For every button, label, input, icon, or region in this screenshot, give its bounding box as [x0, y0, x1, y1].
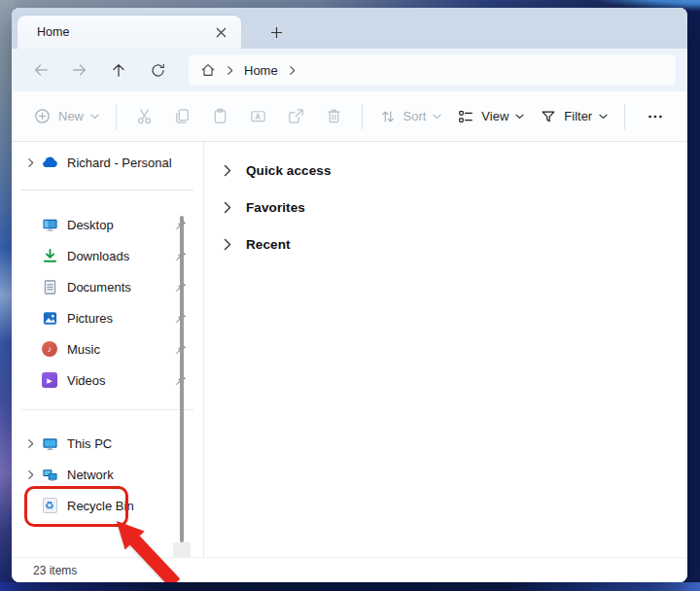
breadcrumb-home[interactable]: Home — [244, 63, 278, 78]
chevron-right-icon[interactable] — [19, 438, 41, 449]
content-area: Richard - Personal Desktop Downloads — [12, 142, 687, 557]
paste-icon[interactable] — [201, 99, 239, 134]
home-icon[interactable] — [200, 62, 216, 78]
view-list-icon — [457, 108, 474, 125]
sidebar-divider — [21, 409, 193, 410]
filter-button-label: Filter — [564, 109, 592, 123]
sidebar-item-label: Richard - Personal — [67, 156, 172, 170]
sidebar-item-label: Desktop — [67, 218, 114, 232]
back-icon[interactable] — [21, 53, 60, 87]
downloads-icon — [41, 247, 58, 264]
breadcrumb-chevron-icon[interactable] — [227, 65, 233, 76]
sidebar-item-this-pc[interactable]: This PC — [12, 428, 203, 459]
rename-icon[interactable] — [239, 99, 277, 134]
sidebar-item-downloads[interactable]: Downloads — [12, 240, 203, 271]
network-icon — [41, 466, 58, 483]
tab-home[interactable]: Home — [18, 16, 241, 49]
pictures-icon — [41, 309, 58, 327]
section-quick-access[interactable]: Quick access — [224, 152, 687, 189]
navigation-bar: Home — [12, 49, 687, 91]
new-tab-icon[interactable] — [262, 19, 290, 45]
sidebar-scrollbar-track — [173, 542, 191, 557]
filter-funnel-icon — [540, 108, 557, 125]
chevron-down-icon — [433, 114, 441, 120]
videos-icon: ▶ — [41, 371, 58, 389]
cut-icon[interactable] — [125, 99, 163, 134]
sidebar-scrollbar[interactable] — [180, 216, 184, 542]
sort-button[interactable]: Sort — [371, 102, 450, 131]
wallpaper-bottom-strip — [0, 582, 700, 591]
sidebar-item-label: Music — [67, 342, 100, 357]
sidebar-item-music[interactable]: ♪ Music — [12, 333, 203, 365]
sidebar-item-label: Recycle Bin — [67, 499, 134, 513]
chevron-down-icon — [599, 114, 608, 120]
delete-icon[interactable] — [315, 99, 353, 134]
new-button[interactable]: New — [25, 101, 107, 131]
sidebar-item-label: This PC — [67, 436, 112, 451]
section-label: Recent — [246, 237, 291, 252]
section-label: Quick access — [246, 163, 332, 178]
toolbar-divider — [624, 104, 625, 129]
sidebar-item-label: Videos — [67, 373, 106, 388]
desktop-icon — [41, 216, 58, 233]
sidebar-item-onedrive[interactable]: Richard - Personal — [12, 147, 203, 178]
sort-arrows-icon — [379, 108, 397, 125]
sort-button-label: Sort — [403, 109, 427, 123]
tab-close-icon[interactable] — [208, 20, 233, 44]
section-recent[interactable]: Recent — [224, 226, 687, 262]
sidebar-item-network[interactable]: Network — [12, 459, 203, 490]
toolbar-divider — [362, 104, 363, 129]
sidebar-item-recycle-bin[interactable]: ♻ Recycle Bin — [12, 490, 203, 521]
toolbar-divider — [116, 104, 117, 129]
share-icon[interactable] — [277, 99, 315, 134]
view-button[interactable]: View — [449, 102, 532, 131]
item-count: 23 items — [33, 564, 77, 577]
chevron-down-icon — [515, 114, 524, 120]
forward-icon[interactable] — [60, 53, 99, 87]
section-favorites[interactable]: Favorites — [224, 189, 687, 226]
status-bar: 23 items — [12, 557, 687, 582]
sidebar-item-documents[interactable]: Documents — [12, 271, 203, 302]
file-explorer-window: Home Home — [12, 8, 687, 582]
sidebar-item-desktop[interactable]: Desktop — [12, 209, 203, 240]
chevron-right-icon[interactable] — [224, 238, 231, 251]
tab-bar: Home — [12, 8, 687, 49]
music-icon: ♪ — [41, 340, 58, 358]
chevron-right-icon[interactable] — [224, 164, 231, 177]
sidebar-item-label: Documents — [67, 280, 131, 295]
chevron-right-icon[interactable] — [19, 157, 41, 168]
refresh-icon[interactable] — [138, 53, 177, 87]
sidebar-item-pictures[interactable]: Pictures — [12, 302, 203, 333]
items-view: Quick access Favorites Recent — [204, 142, 687, 557]
chevron-right-icon[interactable] — [224, 201, 231, 214]
filter-button[interactable]: Filter — [532, 102, 615, 131]
this-pc-icon — [41, 435, 58, 452]
section-label: Favorites — [246, 200, 305, 215]
chevron-down-icon — [90, 114, 99, 120]
command-toolbar: New Sort View — [12, 91, 687, 142]
more-options-icon[interactable] — [636, 99, 674, 134]
sidebar-divider — [21, 190, 193, 191]
chevron-right-icon[interactable] — [19, 469, 41, 480]
tab-title: Home — [37, 25, 69, 39]
sidebar-item-label: Pictures — [67, 311, 113, 326]
onedrive-cloud-icon — [41, 154, 58, 171]
up-icon[interactable] — [99, 53, 138, 87]
sidebar-item-label: Downloads — [67, 249, 129, 263]
navigation-pane: Richard - Personal Desktop Downloads — [12, 142, 204, 557]
sidebar-item-videos[interactable]: ▶ Videos — [12, 365, 203, 396]
new-button-label: New — [58, 109, 84, 123]
address-bar[interactable]: Home — [189, 54, 676, 86]
view-button-label: View — [481, 109, 508, 123]
breadcrumb-chevron-icon[interactable] — [289, 65, 296, 76]
documents-icon — [41, 278, 58, 296]
copy-icon[interactable] — [163, 99, 201, 134]
sidebar-item-label: Network — [67, 468, 114, 482]
recycle-bin-icon: ♻ — [41, 497, 58, 514]
